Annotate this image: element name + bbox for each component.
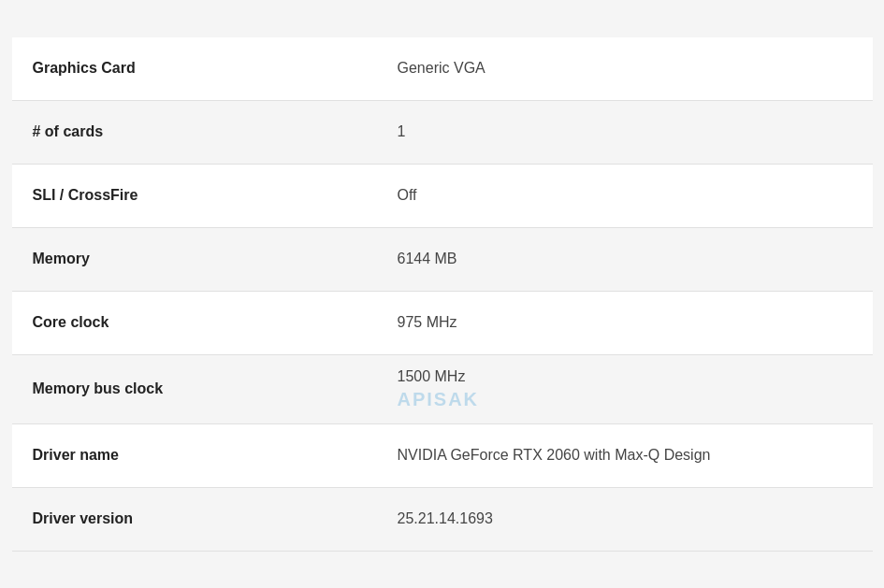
value-num-cards: 1 xyxy=(377,123,873,140)
label-sli-crossfire: SLI / CrossFire xyxy=(12,187,377,204)
table-row-driver-name: Driver nameNVIDIA GeForce RTX 2060 with … xyxy=(12,424,873,488)
label-driver-version: Driver version xyxy=(12,510,377,527)
label-memory-bus-clock: Memory bus clock xyxy=(12,380,377,397)
table-row-memory-bus-clock: Memory bus clock1500 MHzAPISAK xyxy=(12,355,873,424)
value-driver-version: 25.21.14.1693 xyxy=(377,510,873,527)
table-row-num-cards: # of cards1 xyxy=(12,101,873,165)
value-memory-bus-clock: 1500 MHzAPISAK xyxy=(377,368,873,410)
label-graphics-card: Graphics Card xyxy=(12,60,377,77)
value-graphics-card: Generic VGA xyxy=(377,60,873,77)
label-driver-name: Driver name xyxy=(12,447,377,464)
label-num-cards: # of cards xyxy=(12,123,377,140)
label-memory: Memory xyxy=(12,251,377,267)
table-row-memory: Memory6144 MB xyxy=(12,228,873,292)
table-row-driver-version: Driver version25.21.14.1693 xyxy=(12,488,873,552)
value-memory: 6144 MB xyxy=(377,251,873,267)
value-driver-name: NVIDIA GeForce RTX 2060 with Max-Q Desig… xyxy=(377,447,873,464)
value-core-clock: 975 MHz xyxy=(377,314,873,331)
value-text-memory-bus-clock: 1500 MHz xyxy=(398,368,852,385)
watermark-apisak: APISAK xyxy=(398,389,852,410)
label-core-clock: Core clock xyxy=(12,314,377,331)
info-table: Graphics CardGeneric VGA# of cards1SLI /… xyxy=(12,37,873,552)
value-sli-crossfire: Off xyxy=(377,187,873,204)
table-row-core-clock: Core clock975 MHz xyxy=(12,292,873,355)
table-row-graphics-card: Graphics CardGeneric VGA xyxy=(12,37,873,101)
table-row-sli-crossfire: SLI / CrossFireOff xyxy=(12,165,873,228)
